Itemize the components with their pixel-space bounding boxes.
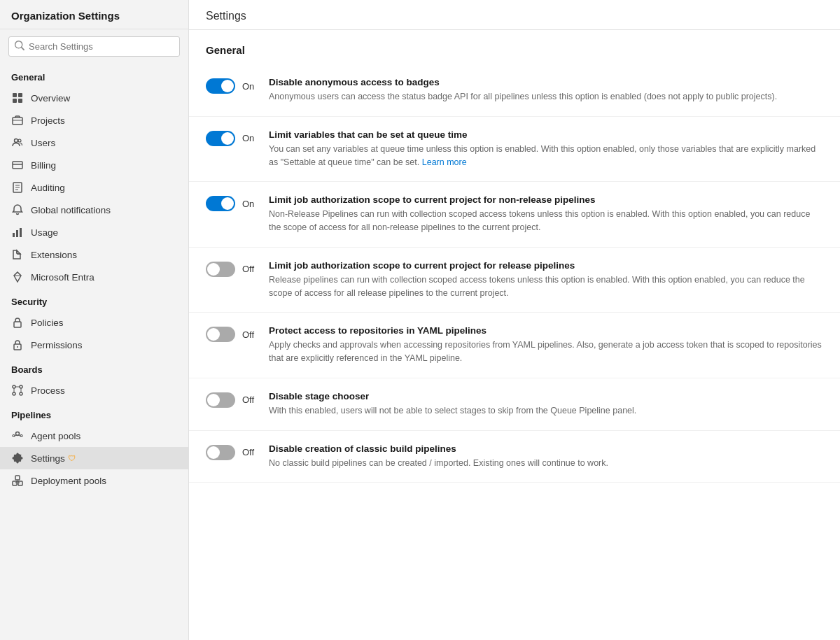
sidebar-item-users[interactable]: Users [0, 131, 188, 154]
sidebar-item-billing[interactable]: Billing [0, 154, 188, 176]
sidebar-item-label-overview: Overview [31, 93, 70, 104]
svg-rect-2 [13, 99, 17, 103]
sidebar-item-agent-pools[interactable]: Agent pools [0, 425, 188, 447]
settings-rows-container: OnDisable anonymous access to badgesAnon… [189, 64, 840, 483]
search-icon [15, 41, 24, 52]
svg-rect-14 [13, 233, 15, 237]
sidebar-item-label-deployment-pools: Deployment pools [31, 476, 106, 486]
setting-row-limit-job-auth-release: OffLimit job authorization scope to curr… [189, 248, 840, 313]
toggle-limit-variables-queue[interactable] [206, 131, 235, 146]
sidebar-item-label-agent-pools: Agent pools [31, 431, 80, 441]
sidebar-item-settings[interactable]: Settings 🛡 [0, 447, 188, 469]
setting-row-disable-stage-chooser: OffDisable stage chooserWith this enable… [189, 378, 840, 431]
setting-desc-disable-stage-chooser: With this enabled, users will not be abl… [269, 404, 823, 418]
toggle-area-limit-variables-queue: On [206, 129, 269, 146]
setting-row-disable-classic-pipelines: OffDisable creation of classic build pip… [189, 431, 840, 483]
sidebar-item-projects[interactable]: Projects [0, 109, 188, 131]
setting-title-limit-job-auth-release: Limit job authorization scope to current… [269, 260, 823, 271]
setting-content-disable-stage-chooser: Disable stage chooserWith this enabled, … [269, 391, 823, 418]
users-icon [11, 136, 24, 149]
main-content: Settings General OnDisable anonymous acc… [189, 0, 840, 640]
sidebar: Organization Settings General Overview P… [0, 0, 189, 640]
setting-link-limit-variables-queue[interactable]: Learn more [422, 157, 467, 167]
svg-point-29 [20, 435, 22, 437]
svg-point-28 [13, 435, 15, 437]
setting-content-limit-job-auth-release: Limit job authorization scope to current… [269, 260, 823, 300]
toggle-area-protect-repos-yaml: Off [206, 325, 269, 342]
sidebar-item-label-policies: Policies [31, 318, 64, 328]
sidebar-item-label-usage: Usage [31, 227, 58, 238]
sidebar-item-global-notifications[interactable]: Global notifications [0, 199, 188, 221]
sidebar-item-deployment-pools[interactable]: Deployment pools [0, 469, 188, 492]
project-icon [11, 114, 24, 127]
setting-title-disable-stage-chooser: Disable stage chooser [269, 391, 823, 401]
billing-icon [11, 159, 24, 171]
setting-title-disable-classic-pipelines: Disable creation of classic build pipeli… [269, 443, 823, 454]
setting-row-limit-job-auth-nonrelease: OnLimit job authorization scope to curre… [189, 182, 840, 248]
setting-desc-protect-repos-yaml: Apply checks and approvals when accessin… [269, 339, 823, 365]
setting-desc-limit-variables-queue: You can set any variables at queue time … [269, 143, 823, 169]
setting-row-limit-variables-queue: OnLimit variables that can be set at que… [189, 117, 840, 183]
toggle-disable-classic-pipelines[interactable] [206, 445, 235, 460]
bell-icon [11, 204, 24, 216]
svg-rect-4 [13, 118, 22, 125]
sidebar-item-label-process: Process [31, 385, 65, 396]
grid-icon [11, 92, 24, 104]
svg-rect-1 [18, 93, 22, 97]
sidebar-item-label-microsoft-entra: Microsoft Entra [31, 272, 94, 283]
setting-title-protect-repos-yaml: Protect access to repositories in YAML p… [269, 325, 823, 336]
sidebar-item-policies[interactable]: Policies [0, 311, 188, 334]
sidebar-item-overview[interactable]: Overview [0, 87, 188, 109]
sidebar-item-process[interactable]: Process [0, 379, 188, 401]
svg-rect-34 [15, 476, 20, 480]
sidebar-item-label-global-notifications: Global notifications [31, 205, 111, 215]
setting-title-limit-job-auth-nonrelease: Limit job authorization scope to current… [269, 194, 823, 205]
setting-content-protect-repos-yaml: Protect access to repositories in YAML p… [269, 325, 823, 365]
svg-rect-3 [18, 99, 22, 103]
sidebar-item-label-projects: Projects [31, 115, 65, 126]
svg-rect-8 [13, 162, 22, 169]
sidebar-section-general: General [0, 64, 188, 87]
svg-rect-0 [13, 93, 17, 97]
setting-desc-limit-job-auth-nonrelease: Non-Release Pipelines can run with colle… [269, 208, 823, 234]
setting-row-protect-repos-yaml: OffProtect access to repositories in YAM… [189, 313, 840, 378]
toggle-area-disable-anonymous-badges: On [206, 77, 269, 94]
lock-icon [11, 316, 24, 329]
toggle-limit-job-auth-nonrelease[interactable] [206, 196, 235, 211]
toggle-protect-repos-yaml[interactable] [206, 327, 235, 342]
setting-title-disable-anonymous-badges: Disable anonymous access to badges [269, 77, 823, 87]
sidebar-item-label-users: Users [31, 138, 55, 148]
sidebar-item-permissions[interactable]: Permissions [0, 334, 188, 356]
sidebar-item-microsoft-entra[interactable]: Microsoft Entra [0, 266, 188, 288]
sidebar-title: Organization Settings [0, 0, 188, 29]
sidebar-item-label-settings: Settings 🛡 [31, 453, 76, 464]
toggle-label-disable-classic-pipelines: Off [242, 447, 262, 457]
toggle-label-protect-repos-yaml: Off [242, 329, 262, 340]
toggle-label-limit-job-auth-release: Off [242, 264, 262, 274]
usage-icon [11, 226, 24, 239]
toggle-disable-stage-chooser[interactable] [206, 392, 235, 408]
sidebar-item-usage[interactable]: Usage [0, 221, 188, 243]
search-box[interactable] [8, 36, 180, 57]
sidebar-section-security: Security [0, 288, 188, 311]
toggle-disable-anonymous-badges[interactable] [206, 78, 235, 94]
svg-rect-15 [16, 230, 18, 237]
audit-icon [11, 181, 24, 194]
sidebar-item-extensions[interactable]: Extensions [0, 243, 188, 266]
svg-rect-17 [14, 322, 21, 327]
svg-point-22 [13, 392, 15, 395]
page-title: Settings [189, 0, 840, 30]
svg-point-23 [20, 392, 22, 395]
toggle-area-limit-job-auth-release: Off [206, 260, 269, 277]
toggle-label-disable-stage-chooser: Off [242, 394, 262, 405]
search-input[interactable] [29, 41, 174, 52]
setting-content-limit-variables-queue: Limit variables that can be set at queue… [269, 129, 823, 169]
setting-row-disable-anonymous-badges: OnDisable anonymous access to badgesAnon… [189, 64, 840, 117]
setting-content-limit-job-auth-nonrelease: Limit job authorization scope to current… [269, 194, 823, 234]
sidebar-item-label-extensions: Extensions [31, 250, 77, 260]
sidebar-item-auditing[interactable]: Auditing [0, 176, 188, 199]
svg-point-19 [17, 346, 18, 348]
toggle-limit-job-auth-release[interactable] [206, 262, 235, 277]
toggle-area-disable-stage-chooser: Off [206, 391, 269, 408]
lock2-icon [11, 339, 24, 351]
